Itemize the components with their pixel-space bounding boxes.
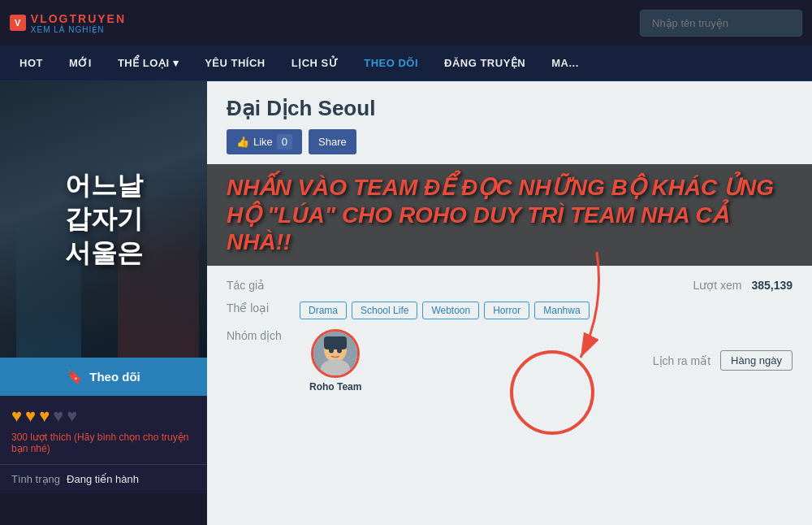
search-input[interactable] bbox=[640, 10, 802, 37]
logo-bottom: XEM LÀ NGHIỆN bbox=[31, 25, 126, 34]
translator-name: Roho Team bbox=[309, 381, 361, 393]
the-loai-row: Thể loại Drama School Life Webtoon Horro… bbox=[227, 302, 793, 319]
nav-item-the-loai[interactable]: THỂ LOẠI ▾ bbox=[105, 46, 192, 81]
star-1[interactable]: ♥ bbox=[11, 406, 22, 427]
nhom-dich-label: Nhóm dịch bbox=[227, 329, 300, 342]
follow-label: Theo dõi bbox=[89, 370, 140, 384]
right-panel: Đại Dịch Seoul 👍 Like 0 Share NHẤN VÀO T… bbox=[207, 81, 812, 525]
tinh-trang-label: Tình trạng bbox=[11, 473, 60, 485]
like-thumb-icon: 👍 bbox=[236, 136, 249, 148]
schedule-button[interactable]: Hàng ngày bbox=[720, 350, 793, 371]
nav-item-yeu-thich[interactable]: YÊU THÍCH bbox=[192, 46, 279, 81]
tac-gia-left: Tác giả bbox=[227, 279, 300, 292]
the-loai-label: Thể loại bbox=[227, 302, 300, 315]
nav-item-moi[interactable]: MỚI bbox=[56, 46, 105, 81]
left-panel: ROHO TEAM VLOGTRUYEN XEM LÀ NGHIỆN 어느날갑자… bbox=[0, 81, 207, 525]
nhom-dich-row: Nhóm dịch bbox=[227, 329, 793, 393]
tag-webtoon[interactable]: Webtoon bbox=[422, 302, 479, 319]
main-nav: HOT MỚI THỂ LOẠI ▾ YÊU THÍCH LỊCH SỬ THE… bbox=[0, 46, 812, 81]
manga-cover: ROHO TEAM VLOGTRUYEN XEM LÀ NGHIỆN 어느날갑자… bbox=[0, 81, 207, 358]
likes-count: 300 lượt thích (Hãy bình chọn cho truyện… bbox=[11, 432, 196, 454]
status-row: Tình trạng Đang tiến hành bbox=[11, 473, 196, 485]
star-5[interactable]: ♥ bbox=[67, 406, 77, 427]
nav-item-lich-su[interactable]: LỊCH SỬ bbox=[279, 46, 352, 81]
like-count: 0 bbox=[277, 134, 292, 150]
luot-xem-right: Lượt xem 385,139 bbox=[693, 279, 793, 292]
tag-school[interactable]: School Life bbox=[352, 302, 417, 319]
promo-text: NHẤN VÀO TEAM ĐỂ ĐỌC NHỮNG BỘ KHÁC ỦNG H… bbox=[227, 174, 793, 256]
lich-ra-mat-label: Lịch ra mất bbox=[653, 354, 710, 367]
avatar-inner bbox=[313, 332, 357, 375]
tac-gia-label: Tác giả bbox=[227, 279, 300, 292]
action-buttons: 👍 Like 0 Share bbox=[227, 129, 793, 154]
logo-icon: V bbox=[10, 15, 26, 31]
follow-button[interactable]: 🔖 Theo dõi bbox=[0, 358, 207, 396]
share-button[interactable]: Share bbox=[309, 129, 356, 154]
translator-group[interactable]: Roho Team bbox=[309, 329, 361, 393]
nav-item-theo-doi[interactable]: THEO DÕI bbox=[351, 46, 431, 81]
translator-avatar[interactable] bbox=[311, 329, 360, 378]
star-4[interactable]: ♥ bbox=[53, 406, 63, 427]
svg-point-5 bbox=[337, 347, 342, 353]
luot-xem-value: 385,139 bbox=[751, 279, 793, 292]
lich-ra-mat-right: Lịch ra mất Hàng ngày bbox=[653, 350, 793, 371]
manga-title: Đại Dịch Seoul bbox=[227, 96, 793, 121]
stars-row[interactable]: ♥ ♥ ♥ ♥ ♥ bbox=[11, 406, 196, 427]
stars-section: ♥ ♥ ♥ ♥ ♥ 300 lượt thích (Hãy bình chọn … bbox=[0, 396, 207, 464]
header: V VLOGTRUYEN XEM LÀ NGHIỆN bbox=[0, 0, 812, 46]
tag-manhwa[interactable]: Manhwa bbox=[534, 302, 589, 319]
tag-drama[interactable]: Drama bbox=[300, 302, 347, 319]
tag-horror[interactable]: Horror bbox=[484, 302, 529, 319]
promo-overlay: NHẤN VÀO TEAM ĐỂ ĐỌC NHỮNG BỘ KHÁC ỦNG H… bbox=[207, 164, 812, 266]
nav-item-ma[interactable]: MA... bbox=[538, 46, 592, 81]
bookmark-icon: 🔖 bbox=[67, 369, 83, 384]
star-3[interactable]: ♥ bbox=[39, 406, 50, 427]
logo-text: VLOGTRUYEN XEM LÀ NGHIỆN bbox=[31, 12, 126, 34]
luot-xem-label: Lượt xem bbox=[693, 279, 741, 292]
svg-point-4 bbox=[329, 347, 334, 353]
nhom-dich-left: Nhóm dịch bbox=[227, 329, 361, 393]
tags-container: Drama School Life Webtoon Horror Manhwa bbox=[300, 302, 590, 319]
title-area: Đại Dịch Seoul 👍 Like 0 Share bbox=[207, 81, 812, 164]
main-content: ROHO TEAM VLOGTRUYEN XEM LÀ NGHIỆN 어느날갑자… bbox=[0, 81, 812, 525]
avatar-svg bbox=[313, 332, 357, 375]
tinh-trang-value: Đang tiến hành bbox=[67, 473, 139, 485]
svg-rect-3 bbox=[324, 336, 347, 349]
nav-item-hot[interactable]: HOT bbox=[6, 46, 56, 81]
korean-title: 어느날갑자기서울은 bbox=[58, 169, 149, 271]
tac-gia-row: Tác giả Lượt xem 385,139 bbox=[227, 279, 793, 292]
like-button[interactable]: 👍 Like 0 bbox=[227, 129, 302, 154]
logo[interactable]: V VLOGTRUYEN XEM LÀ NGHIỆN bbox=[10, 12, 126, 34]
like-label: Like bbox=[253, 136, 273, 148]
logo-top: VLOGTRUYEN bbox=[31, 12, 126, 25]
nav-item-dang-truyen[interactable]: ĐĂNG TRUYỆN bbox=[431, 46, 538, 81]
star-2[interactable]: ♥ bbox=[25, 406, 36, 427]
status-section: Tình trạng Đang tiến hành bbox=[0, 464, 207, 493]
info-section: Tác giả Lượt xem 385,139 Thể loại Drama … bbox=[207, 266, 812, 415]
